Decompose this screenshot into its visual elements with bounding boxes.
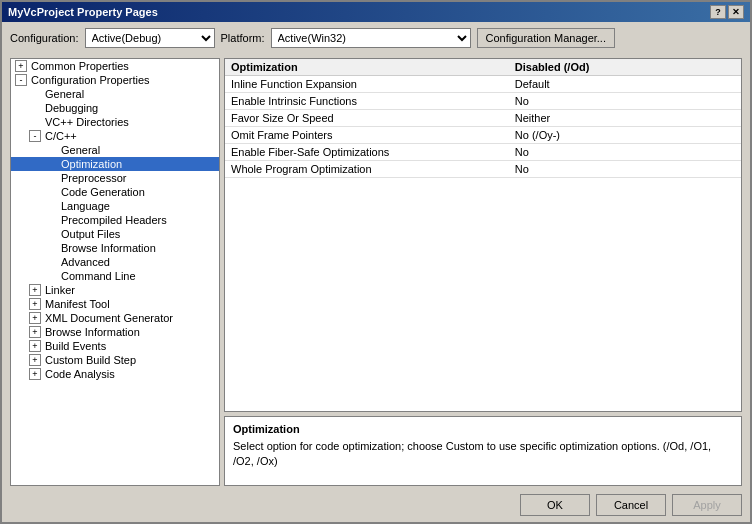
tree-label-optimization: Optimization bbox=[61, 158, 122, 170]
properties-table: OptimizationDisabled (/Od)Inline Functio… bbox=[225, 59, 741, 178]
tree-item-preprocessor[interactable]: Preprocessor bbox=[11, 171, 219, 185]
prop-name-4: Omit Frame Pointers bbox=[225, 127, 509, 144]
cancel-button[interactable]: Cancel bbox=[596, 494, 666, 516]
tree-item-language[interactable]: Language bbox=[11, 199, 219, 213]
tree-item-code-generation[interactable]: Code Generation bbox=[11, 185, 219, 199]
tree-label-manifest-tool: Manifest Tool bbox=[45, 298, 110, 310]
configuration-manager-button[interactable]: Configuration Manager... bbox=[477, 28, 615, 48]
apply-button[interactable]: Apply bbox=[672, 494, 742, 516]
tree-label-browse-info: Browse Information bbox=[61, 242, 156, 254]
prop-row-2[interactable]: Enable Intrinsic FunctionsNo bbox=[225, 93, 741, 110]
prop-row-3[interactable]: Favor Size Or SpeedNeither bbox=[225, 110, 741, 127]
tree-expander-linker[interactable]: + bbox=[29, 284, 41, 296]
tree-expander-xml-doc-gen[interactable]: + bbox=[29, 312, 41, 324]
tree-item-build-events[interactable]: +Build Events bbox=[11, 339, 219, 353]
tree-item-common-props[interactable]: +Common Properties bbox=[11, 59, 219, 73]
tree-label-advanced: Advanced bbox=[61, 256, 110, 268]
tree-expander-config-props[interactable]: - bbox=[15, 74, 27, 86]
tree-panel: +Common Properties-Configuration Propert… bbox=[10, 58, 220, 486]
ok-button[interactable]: OK bbox=[520, 494, 590, 516]
tree-item-advanced[interactable]: Advanced bbox=[11, 255, 219, 269]
prop-value-0: Disabled (/Od) bbox=[509, 59, 741, 76]
tree-expander-browse-info2[interactable]: + bbox=[29, 326, 41, 338]
tree-item-manifest-tool[interactable]: +Manifest Tool bbox=[11, 297, 219, 311]
tree-expander-manifest-tool[interactable]: + bbox=[29, 298, 41, 310]
tree-label-browse-info2: Browse Information bbox=[45, 326, 140, 338]
tree-item-browse-info2[interactable]: +Browse Information bbox=[11, 325, 219, 339]
tree-label-code-generation: Code Generation bbox=[61, 186, 145, 198]
tree-label-cpp: C/C++ bbox=[45, 130, 77, 142]
prop-row-1[interactable]: Inline Function ExpansionDefault bbox=[225, 76, 741, 93]
tree-item-custom-build[interactable]: +Custom Build Step bbox=[11, 353, 219, 367]
prop-value-5: No bbox=[509, 144, 741, 161]
toolbar-row: Configuration: Active(Debug) Platform: A… bbox=[2, 22, 750, 54]
tree-label-cpp-general: General bbox=[61, 144, 100, 156]
prop-row-5[interactable]: Enable Fiber-Safe OptimizationsNo bbox=[225, 144, 741, 161]
button-row: OK Cancel Apply bbox=[2, 490, 750, 522]
help-button[interactable]: ? bbox=[710, 5, 726, 19]
tree-label-common-props: Common Properties bbox=[31, 60, 129, 72]
tree-label-output-files: Output Files bbox=[61, 228, 120, 240]
title-bar: MyVcProject Property Pages ? ✕ bbox=[2, 2, 750, 22]
prop-value-6: No bbox=[509, 161, 741, 178]
tree-label-custom-build: Custom Build Step bbox=[45, 354, 136, 366]
tree-item-code-analysis[interactable]: +Code Analysis bbox=[11, 367, 219, 381]
tree-label-precompiled-headers: Precompiled Headers bbox=[61, 214, 167, 226]
tree-item-command-line[interactable]: Command Line bbox=[11, 269, 219, 283]
tree-label-config-props: Configuration Properties bbox=[31, 74, 150, 86]
tree-item-cpp-general[interactable]: General bbox=[11, 143, 219, 157]
tree-expander-cpp[interactable]: - bbox=[29, 130, 41, 142]
tree-item-xml-doc-gen[interactable]: +XML Document Generator bbox=[11, 311, 219, 325]
tree-item-precompiled-headers[interactable]: Precompiled Headers bbox=[11, 213, 219, 227]
tree-label-preprocessor: Preprocessor bbox=[61, 172, 126, 184]
tree-item-optimization[interactable]: Optimization bbox=[11, 157, 219, 171]
tree-item-config-props[interactable]: -Configuration Properties bbox=[11, 73, 219, 87]
prop-name-5: Enable Fiber-Safe Optimizations bbox=[225, 144, 509, 161]
tree-label-general: General bbox=[45, 88, 84, 100]
tree-expander-build-events[interactable]: + bbox=[29, 340, 41, 352]
prop-value-2: No bbox=[509, 93, 741, 110]
prop-name-1: Inline Function Expansion bbox=[225, 76, 509, 93]
tree-label-debugging: Debugging bbox=[45, 102, 98, 114]
tree-label-command-line: Command Line bbox=[61, 270, 136, 282]
right-panel: OptimizationDisabled (/Od)Inline Functio… bbox=[224, 58, 742, 486]
prop-name-6: Whole Program Optimization bbox=[225, 161, 509, 178]
configuration-select[interactable]: Active(Debug) bbox=[85, 28, 215, 48]
title-bar-buttons: ? ✕ bbox=[710, 5, 744, 19]
tree-item-linker[interactable]: +Linker bbox=[11, 283, 219, 297]
description-text: Select option for code optimization; cho… bbox=[233, 439, 733, 470]
prop-value-4: No (/Oy-) bbox=[509, 127, 741, 144]
tree-item-cpp[interactable]: -C/C++ bbox=[11, 129, 219, 143]
prop-row-6[interactable]: Whole Program OptimizationNo bbox=[225, 161, 741, 178]
tree-item-general[interactable]: General bbox=[11, 87, 219, 101]
prop-value-1: Default bbox=[509, 76, 741, 93]
description-panel: Optimization Select option for code opti… bbox=[224, 416, 742, 486]
tree-expander-code-analysis[interactable]: + bbox=[29, 368, 41, 380]
prop-value-3: Neither bbox=[509, 110, 741, 127]
tree-label-linker: Linker bbox=[45, 284, 75, 296]
tree-expander-common-props[interactable]: + bbox=[15, 60, 27, 72]
prop-name-0: Optimization bbox=[225, 59, 509, 76]
tree-item-debugging[interactable]: Debugging bbox=[11, 101, 219, 115]
prop-name-3: Favor Size Or Speed bbox=[225, 110, 509, 127]
description-title: Optimization bbox=[233, 423, 733, 435]
tree-expander-custom-build[interactable]: + bbox=[29, 354, 41, 366]
prop-name-2: Enable Intrinsic Functions bbox=[225, 93, 509, 110]
main-content: +Common Properties-Configuration Propert… bbox=[2, 54, 750, 490]
prop-row-0[interactable]: OptimizationDisabled (/Od) bbox=[225, 59, 741, 76]
platform-label: Platform: bbox=[221, 32, 265, 44]
tree-label-build-events: Build Events bbox=[45, 340, 106, 352]
config-label: Configuration: bbox=[10, 32, 79, 44]
platform-select[interactable]: Active(Win32) bbox=[271, 28, 471, 48]
tree-item-browse-info[interactable]: Browse Information bbox=[11, 241, 219, 255]
close-button[interactable]: ✕ bbox=[728, 5, 744, 19]
tree-label-language: Language bbox=[61, 200, 110, 212]
tree-label-vc-dirs: VC++ Directories bbox=[45, 116, 129, 128]
tree-item-vc-dirs[interactable]: VC++ Directories bbox=[11, 115, 219, 129]
tree-label-code-analysis: Code Analysis bbox=[45, 368, 115, 380]
property-pages-dialog: MyVcProject Property Pages ? ✕ Configura… bbox=[0, 0, 752, 524]
tree-label-xml-doc-gen: XML Document Generator bbox=[45, 312, 173, 324]
tree-item-output-files[interactable]: Output Files bbox=[11, 227, 219, 241]
dialog-title: MyVcProject Property Pages bbox=[8, 6, 158, 18]
prop-row-4[interactable]: Omit Frame PointersNo (/Oy-) bbox=[225, 127, 741, 144]
